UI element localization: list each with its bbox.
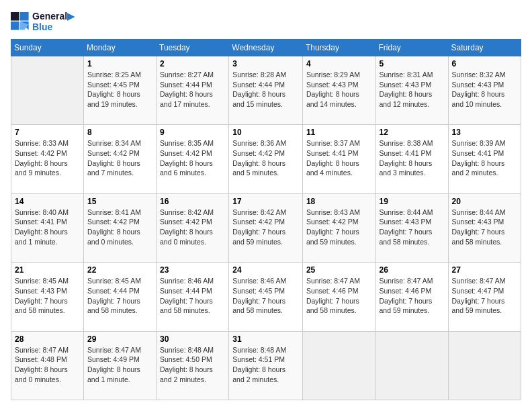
day-info: Sunrise: 8:35 AM Sunset: 4:42 PM Dayligh… xyxy=(160,138,225,178)
day-info: Sunrise: 8:34 AM Sunset: 4:42 PM Dayligh… xyxy=(87,138,152,178)
day-info: Sunrise: 8:38 AM Sunset: 4:41 PM Dayligh… xyxy=(380,138,445,178)
calendar-cell: 21Sunrise: 8:45 AM Sunset: 4:43 PM Dayli… xyxy=(11,263,84,331)
day-info: Sunrise: 8:41 AM Sunset: 4:42 PM Dayligh… xyxy=(87,208,152,247)
day-header-friday: Friday xyxy=(375,40,448,56)
day-number: 18 xyxy=(306,197,372,206)
calendar-cell: 29Sunrise: 8:47 AM Sunset: 4:49 PM Dayli… xyxy=(84,331,157,400)
calendar-cell: 1Sunrise: 8:25 AM Sunset: 4:45 PM Daylig… xyxy=(84,56,157,125)
week-row-0: 1Sunrise: 8:25 AM Sunset: 4:45 PM Daylig… xyxy=(11,56,521,125)
calendar-cell xyxy=(11,56,84,125)
week-row-2: 14Sunrise: 8:40 AM Sunset: 4:41 PM Dayli… xyxy=(11,193,521,262)
day-number: 13 xyxy=(452,128,517,137)
week-row-3: 21Sunrise: 8:45 AM Sunset: 4:43 PM Dayli… xyxy=(11,263,521,331)
calendar-cell: 31Sunrise: 8:48 AM Sunset: 4:51 PM Dayli… xyxy=(229,331,303,400)
day-number: 29 xyxy=(87,334,152,344)
calendar-cell: 3Sunrise: 8:28 AM Sunset: 4:44 PM Daylig… xyxy=(229,56,303,125)
week-row-1: 7Sunrise: 8:33 AM Sunset: 4:42 PM Daylig… xyxy=(11,125,521,193)
day-info: Sunrise: 8:47 AM Sunset: 4:46 PM Dayligh… xyxy=(306,276,372,316)
day-number: 6 xyxy=(452,59,517,68)
calendar-cell: 12Sunrise: 8:38 AM Sunset: 4:41 PM Dayli… xyxy=(375,125,448,193)
day-info: Sunrise: 8:45 AM Sunset: 4:44 PM Dayligh… xyxy=(87,276,152,316)
day-number: 19 xyxy=(380,197,445,206)
day-number: 28 xyxy=(15,334,80,344)
calendar-cell: 23Sunrise: 8:46 AM Sunset: 4:44 PM Dayli… xyxy=(157,263,229,331)
calendar-cell: 25Sunrise: 8:47 AM Sunset: 4:46 PM Dayli… xyxy=(302,263,375,331)
calendar-cell: 9Sunrise: 8:35 AM Sunset: 4:42 PM Daylig… xyxy=(157,125,229,193)
day-number: 17 xyxy=(232,197,299,206)
calendar-cell: 5Sunrise: 8:31 AM Sunset: 4:43 PM Daylig… xyxy=(375,56,448,125)
day-number: 25 xyxy=(306,265,372,275)
calendar-cell: 24Sunrise: 8:46 AM Sunset: 4:45 PM Dayli… xyxy=(229,263,303,331)
day-number: 11 xyxy=(306,128,372,137)
calendar-cell: 14Sunrise: 8:40 AM Sunset: 4:41 PM Dayli… xyxy=(11,193,84,262)
day-header-sunday: Sunday xyxy=(11,40,84,56)
calendar-cell xyxy=(375,331,448,400)
day-number: 30 xyxy=(160,334,225,344)
calendar-cell: 7Sunrise: 8:33 AM Sunset: 4:42 PM Daylig… xyxy=(11,125,84,193)
day-number: 8 xyxy=(87,128,152,137)
day-number: 31 xyxy=(232,334,299,344)
day-info: Sunrise: 8:42 AM Sunset: 4:42 PM Dayligh… xyxy=(232,208,299,247)
day-info: Sunrise: 8:28 AM Sunset: 4:44 PM Dayligh… xyxy=(232,70,299,109)
day-number: 1 xyxy=(87,59,152,68)
day-number: 20 xyxy=(452,197,517,206)
day-number: 22 xyxy=(87,265,152,275)
calendar-cell: 13Sunrise: 8:39 AM Sunset: 4:41 PM Dayli… xyxy=(448,125,521,193)
day-header-saturday: Saturday xyxy=(448,40,521,56)
day-info: Sunrise: 8:43 AM Sunset: 4:42 PM Dayligh… xyxy=(306,208,372,247)
calendar-cell: 4Sunrise: 8:29 AM Sunset: 4:43 PM Daylig… xyxy=(302,56,375,125)
day-number: 14 xyxy=(15,197,80,206)
day-header-monday: Monday xyxy=(84,40,157,56)
calendar-cell: 18Sunrise: 8:43 AM Sunset: 4:42 PM Dayli… xyxy=(302,193,375,262)
calendar-cell: 11Sunrise: 8:37 AM Sunset: 4:41 PM Dayli… xyxy=(302,125,375,193)
logo: General▶ Blue xyxy=(11,11,75,32)
day-info: Sunrise: 8:47 AM Sunset: 4:47 PM Dayligh… xyxy=(452,276,517,316)
day-number: 26 xyxy=(380,265,445,275)
calendar-cell: 28Sunrise: 8:47 AM Sunset: 4:48 PM Dayli… xyxy=(11,331,84,400)
day-number: 4 xyxy=(306,59,372,68)
day-info: Sunrise: 8:40 AM Sunset: 4:41 PM Dayligh… xyxy=(15,208,80,247)
calendar-cell: 20Sunrise: 8:44 AM Sunset: 4:43 PM Dayli… xyxy=(448,193,521,262)
calendar-cell: 10Sunrise: 8:36 AM Sunset: 4:42 PM Dayli… xyxy=(229,125,303,193)
calendar-cell: 19Sunrise: 8:44 AM Sunset: 4:43 PM Dayli… xyxy=(375,193,448,262)
logo-text: General▶ Blue xyxy=(32,11,75,32)
calendar-cell xyxy=(302,331,375,400)
calendar-cell: 2Sunrise: 8:27 AM Sunset: 4:44 PM Daylig… xyxy=(157,56,229,125)
day-number: 24 xyxy=(232,265,299,275)
day-info: Sunrise: 8:31 AM Sunset: 4:43 PM Dayligh… xyxy=(380,70,445,109)
calendar-cell: 8Sunrise: 8:34 AM Sunset: 4:42 PM Daylig… xyxy=(84,125,157,193)
calendar: SundayMondayTuesdayWednesdayThursdayFrid… xyxy=(11,39,521,400)
calendar-cell: 26Sunrise: 8:47 AM Sunset: 4:46 PM Dayli… xyxy=(375,263,448,331)
calendar-cell xyxy=(448,331,521,400)
day-header-thursday: Thursday xyxy=(302,40,375,56)
day-info: Sunrise: 8:42 AM Sunset: 4:42 PM Dayligh… xyxy=(160,208,225,247)
calendar-cell: 17Sunrise: 8:42 AM Sunset: 4:42 PM Dayli… xyxy=(229,193,303,262)
day-info: Sunrise: 8:37 AM Sunset: 4:41 PM Dayligh… xyxy=(306,138,372,178)
page: General▶ Blue SundayMondayTuesdayWednesd… xyxy=(0,0,532,411)
day-info: Sunrise: 8:46 AM Sunset: 4:45 PM Dayligh… xyxy=(232,276,299,316)
calendar-cell: 6Sunrise: 8:32 AM Sunset: 4:43 PM Daylig… xyxy=(448,56,521,125)
day-info: Sunrise: 8:48 AM Sunset: 4:51 PM Dayligh… xyxy=(232,345,299,385)
svg-rect-1 xyxy=(20,12,29,21)
day-info: Sunrise: 8:44 AM Sunset: 4:43 PM Dayligh… xyxy=(452,208,517,247)
calendar-header-row: SundayMondayTuesdayWednesdayThursdayFrid… xyxy=(11,40,521,56)
day-info: Sunrise: 8:47 AM Sunset: 4:49 PM Dayligh… xyxy=(87,345,152,385)
calendar-cell: 30Sunrise: 8:48 AM Sunset: 4:50 PM Dayli… xyxy=(157,331,229,400)
day-info: Sunrise: 8:36 AM Sunset: 4:42 PM Dayligh… xyxy=(232,138,299,178)
logo-icon xyxy=(11,12,30,31)
day-number: 3 xyxy=(232,59,299,68)
calendar-cell: 27Sunrise: 8:47 AM Sunset: 4:47 PM Dayli… xyxy=(448,263,521,331)
day-info: Sunrise: 8:47 AM Sunset: 4:48 PM Dayligh… xyxy=(15,345,80,385)
day-number: 16 xyxy=(160,197,225,206)
day-info: Sunrise: 8:46 AM Sunset: 4:44 PM Dayligh… xyxy=(160,276,225,316)
calendar-cell: 15Sunrise: 8:41 AM Sunset: 4:42 PM Dayli… xyxy=(84,193,157,262)
svg-rect-2 xyxy=(11,21,19,30)
day-info: Sunrise: 8:47 AM Sunset: 4:46 PM Dayligh… xyxy=(380,276,445,316)
calendar-cell: 16Sunrise: 8:42 AM Sunset: 4:42 PM Dayli… xyxy=(157,193,229,262)
week-row-4: 28Sunrise: 8:47 AM Sunset: 4:48 PM Dayli… xyxy=(11,331,521,400)
day-number: 12 xyxy=(380,128,445,137)
day-info: Sunrise: 8:45 AM Sunset: 4:43 PM Dayligh… xyxy=(15,276,80,316)
day-info: Sunrise: 8:25 AM Sunset: 4:45 PM Dayligh… xyxy=(87,70,152,109)
day-info: Sunrise: 8:29 AM Sunset: 4:43 PM Dayligh… xyxy=(306,70,372,109)
day-header-wednesday: Wednesday xyxy=(229,40,303,56)
